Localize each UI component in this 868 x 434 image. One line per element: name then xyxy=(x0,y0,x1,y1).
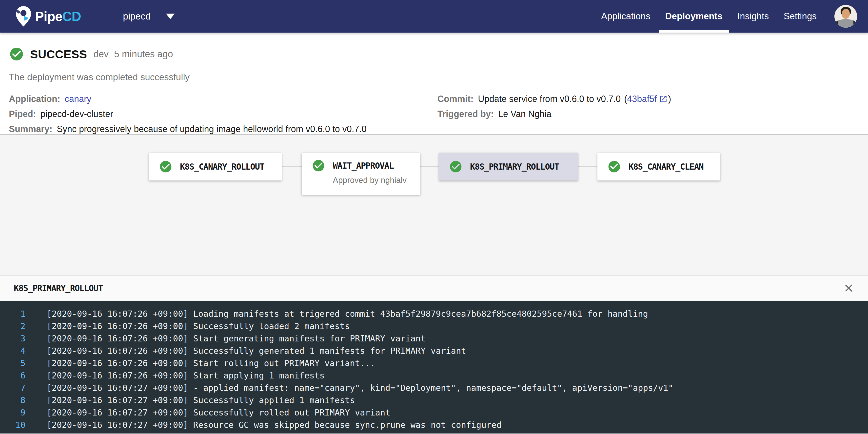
log-line: 10[2020-09-16 16:07:27 +09:00] Resource … xyxy=(0,419,868,431)
commit-row: Commit: Update service from v0.6.0 to v0… xyxy=(437,94,671,104)
details-left-column: Application: canary Piped: pipecd-dev-cl… xyxy=(9,94,437,139)
nav-item-settings[interactable]: Settings xyxy=(776,0,824,33)
log-line-text: [2020-09-16 16:07:27 +09:00] Resource GC… xyxy=(46,419,501,431)
nav-links: Applications Deployments Insights Settin… xyxy=(594,0,824,33)
log-line-number: 6 xyxy=(0,369,25,382)
check-circle-icon xyxy=(449,160,463,174)
triggered-by-value: Le Van Nghia xyxy=(498,109,552,119)
piped-value: pipecd-dev-cluster xyxy=(40,109,113,119)
log-line-text: [2020-09-16 16:07:26 +09:00] Successfull… xyxy=(46,345,466,357)
close-icon[interactable] xyxy=(843,283,854,293)
check-circle-icon xyxy=(9,46,24,62)
project-name: pipecd xyxy=(123,11,151,22)
status-row: SUCCESS dev 5 minutes ago xyxy=(9,46,856,62)
log-line-number: 2 xyxy=(0,320,25,332)
user-avatar[interactable] xyxy=(834,5,857,28)
log-line: 2[2020-09-16 16:07:26 +09:00] Successful… xyxy=(0,320,868,332)
application-row: Application: canary xyxy=(9,94,437,104)
summary-label: Summary: xyxy=(9,124,52,134)
log-line-number: 8 xyxy=(0,394,25,406)
avatar-shirt xyxy=(835,19,857,28)
log-line: 1[2020-09-16 16:07:26 +09:00] Loading ma… xyxy=(0,308,868,320)
log-line: 3[2020-09-16 16:07:26 +09:00] Start gene… xyxy=(0,332,868,345)
caret-down-icon xyxy=(166,13,175,19)
log-line-number: 3 xyxy=(0,332,25,345)
deployment-age: 5 minutes ago xyxy=(114,49,173,60)
log-line-text: [2020-09-16 16:07:26 +09:00] Start rolli… xyxy=(46,357,375,369)
log-title: K8S_PRIMARY_ROLLOUT xyxy=(14,283,103,293)
deployment-details: Application: canary Piped: pipecd-dev-cl… xyxy=(9,94,856,139)
pipeline-graph: K8S_CANARY_ROLLOUT WAIT_APPROVAL Approve… xyxy=(0,135,868,275)
details-right-column: Commit: Update service from v0.6.0 to v0… xyxy=(437,94,671,124)
deployment-env: dev xyxy=(94,49,108,60)
log-line-number: 9 xyxy=(0,406,25,419)
application-link[interactable]: canary xyxy=(65,94,91,104)
stage-connector xyxy=(578,166,597,167)
avatar-face xyxy=(842,9,850,19)
commit-hash-link[interactable]: 43baf5f xyxy=(627,94,657,104)
stage-name: K8S_CANARY_ROLLOUT xyxy=(180,162,264,172)
external-link-icon[interactable] xyxy=(659,95,668,103)
log-line-text: [2020-09-16 16:07:26 +09:00] Start apply… xyxy=(46,369,324,382)
summary-row: Summary: Sync progressively because of u… xyxy=(9,124,437,134)
paren-close: ) xyxy=(668,94,671,104)
brand-name-primary: Pipe xyxy=(35,9,62,24)
triggered-by-label: Triggered by: xyxy=(437,109,494,119)
summary-value: Sync progressively because of updating i… xyxy=(57,124,367,134)
log-line: 4[2020-09-16 16:07:26 +09:00] Successful… xyxy=(0,345,868,357)
check-circle-icon xyxy=(312,159,326,173)
status-description: The deployment was completed successfull… xyxy=(9,72,856,83)
log-line: 7[2020-09-16 16:07:27 +09:00] - applied … xyxy=(0,382,868,394)
stage-name: WAIT_APPROVAL xyxy=(333,161,394,170)
check-circle-icon xyxy=(159,160,173,174)
nav-item-deployments[interactable]: Deployments xyxy=(658,0,730,33)
log-line-text: [2020-09-16 16:07:26 +09:00] Start gener… xyxy=(46,332,426,345)
log-line: 6[2020-09-16 16:07:26 +09:00] Start appl… xyxy=(0,369,868,382)
application-label: Application: xyxy=(9,94,60,104)
stage-k8s-primary-rollout[interactable]: K8S_PRIMARY_ROLLOUT xyxy=(439,153,578,181)
log-line-number: 10 xyxy=(0,419,25,431)
piped-label: Piped: xyxy=(9,109,36,119)
stage-log-panel: K8S_PRIMARY_ROLLOUT 1[2020-09-16 16:07:2… xyxy=(0,275,868,434)
log-line-number: 1 xyxy=(0,308,25,320)
log-line-number: 7 xyxy=(0,382,25,394)
brand-name-secondary: CD xyxy=(62,9,81,24)
commit-message: Update service from v0.6.0 to v0.7.0 xyxy=(478,94,621,104)
check-circle-icon xyxy=(607,160,621,174)
log-line-number: 5 xyxy=(0,357,25,369)
log-line-text: [2020-09-16 16:07:27 +09:00] Successfull… xyxy=(46,406,390,419)
stage-title-row: WAIT_APPROVAL xyxy=(312,159,394,173)
log-line-text: [2020-09-16 16:07:26 +09:00] Successfull… xyxy=(46,320,350,332)
log-line-text: [2020-09-16 16:07:27 +09:00] Successfull… xyxy=(46,394,355,406)
paren-open: ( xyxy=(624,94,627,104)
commit-label: Commit: xyxy=(437,94,473,104)
piped-row: Piped: pipecd-dev-cluster xyxy=(9,109,437,119)
top-navbar: PipeCD pipecd Applications Deployments I… xyxy=(0,0,868,33)
stage-k8s-canary-rollout[interactable]: K8S_CANARY_ROLLOUT xyxy=(149,153,282,181)
brand-name: PipeCD xyxy=(35,10,81,23)
triggered-by-row: Triggered by: Le Van Nghia xyxy=(437,109,671,119)
nav-item-insights[interactable]: Insights xyxy=(730,0,776,33)
log-line: 5[2020-09-16 16:07:26 +09:00] Start roll… xyxy=(0,357,868,369)
log-header: K8S_PRIMARY_ROLLOUT xyxy=(0,275,868,301)
stage-connector xyxy=(282,166,302,167)
log-line-text: [2020-09-16 16:07:27 +09:00] - applied m… xyxy=(46,382,673,394)
log-line-number: 4 xyxy=(0,345,25,357)
pipecd-logo[interactable]: PipeCD xyxy=(16,6,81,27)
log-line: 9[2020-09-16 16:07:27 +09:00] Successful… xyxy=(0,406,868,419)
log-output[interactable]: 1[2020-09-16 16:07:26 +09:00] Loading ma… xyxy=(0,301,868,434)
nav-item-applications[interactable]: Applications xyxy=(594,0,658,33)
pipecd-pin-icon xyxy=(16,6,31,27)
stage-name: K8S_CANARY_CLEAN xyxy=(628,162,704,172)
deployment-status: SUCCESS xyxy=(30,48,87,61)
stage-wait-approval[interactable]: WAIT_APPROVAL Approved by nghialv xyxy=(302,153,420,195)
log-line: 8[2020-09-16 16:07:27 +09:00] Successful… xyxy=(0,394,868,406)
stage-k8s-canary-clean[interactable]: K8S_CANARY_CLEAN xyxy=(597,153,720,181)
deployment-summary: SUCCESS dev 5 minutes ago The deployment… xyxy=(0,33,868,134)
project-selector[interactable]: pipecd xyxy=(123,11,175,22)
stage-approval-detail: Approved by nghialv xyxy=(333,176,407,185)
stage-name: K8S_PRIMARY_ROLLOUT xyxy=(470,162,559,172)
log-line-text: [2020-09-16 16:07:26 +09:00] Loading man… xyxy=(46,308,648,320)
stage-connector xyxy=(420,166,439,167)
